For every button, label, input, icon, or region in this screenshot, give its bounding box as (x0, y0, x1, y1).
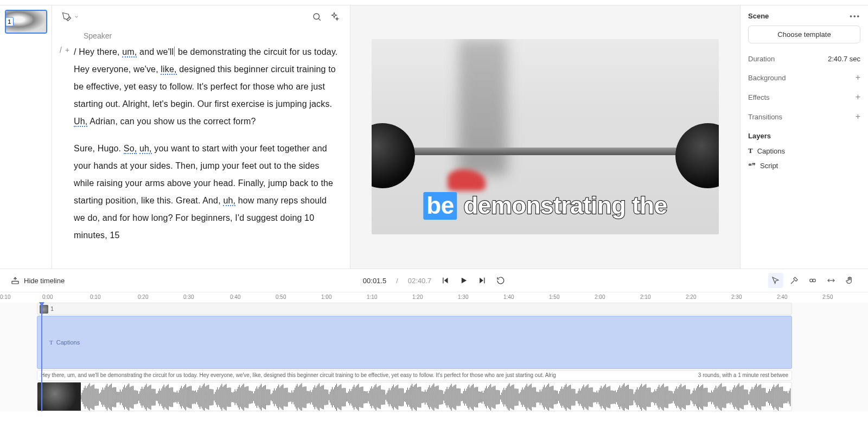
ruler-tick: 0:20 (138, 294, 148, 300)
duration-row: Duration 2:40.7 sec (748, 50, 860, 68)
layers-heading: Layers (748, 126, 860, 143)
svg-marker-6 (462, 278, 467, 284)
ruler-tick: 0:10 (0, 294, 10, 300)
search-icon[interactable] (312, 12, 322, 22)
filler-word[interactable]: uh, (139, 144, 152, 154)
pen-icon (62, 12, 72, 22)
ruler-tick: 0:40 (230, 294, 240, 300)
ruler-tick: 0:50 (276, 294, 286, 300)
loop-button[interactable] (496, 276, 505, 285)
script-icon: ❝❞ (748, 162, 756, 170)
stretch-tool[interactable] (824, 273, 839, 288)
caption-word: the (632, 192, 667, 219)
scene-thumbnail-1[interactable]: 1 (5, 10, 47, 34)
current-time: 00:01.5 (363, 277, 386, 285)
collapse-icon (11, 276, 20, 285)
ruler-tick: 2:30 (731, 294, 742, 300)
filler-word[interactable]: um, (122, 47, 137, 58)
svg-point-10 (813, 279, 815, 282)
waveform (81, 382, 792, 411)
plus-icon: + (856, 92, 860, 102)
ruler-tick: 0:30 (183, 294, 194, 300)
captions-track[interactable]: T Captions (37, 316, 792, 369)
svg-point-9 (810, 279, 813, 282)
edit-tool-dropdown[interactable] (62, 12, 79, 22)
transcript-text[interactable]: / Hey there, um, and we'll be demonstrat… (74, 43, 339, 244)
ruler-tick: 2:20 (686, 294, 696, 300)
caption-word-highlighted: be (423, 192, 457, 220)
scene-number: 1 (5, 17, 14, 27)
filler-word[interactable]: So, (124, 144, 137, 154)
filler-word[interactable]: uh, (223, 196, 235, 206)
gutter-slash[interactable]: / (60, 46, 62, 244)
svg-line-1 (318, 18, 320, 20)
sparkle-icon[interactable] (329, 12, 339, 22)
properties-panel: Scene ••• Choose template Duration 2:40.… (740, 5, 868, 269)
blade-tool[interactable] (787, 273, 802, 288)
play-button[interactable] (459, 276, 468, 285)
ruler-tick: 1:10 (367, 294, 377, 300)
transcript-track[interactable]: Hey there, um, and we'll be demonstratin… (37, 370, 792, 381)
timeline-ruler[interactable]: 0:100:000:100:200:300:400:501:001:101:20… (0, 292, 868, 303)
svg-point-0 (314, 14, 320, 20)
skip-forward-button[interactable] (478, 276, 487, 285)
ruler-tick: 1:50 (549, 294, 559, 300)
transitions-row[interactable]: Transitions+ (748, 107, 860, 126)
ruler-tick: 2:50 (822, 294, 833, 300)
timeline[interactable]: 1 T Captions Hey there, um, and we'll be… (0, 303, 868, 411)
select-tool[interactable] (768, 273, 783, 288)
filler-word[interactable]: like, (161, 65, 176, 75)
playback-controls: Hide timeline 00:01.5 / 02:40.7 (0, 269, 868, 292)
playhead[interactable] (41, 303, 42, 411)
chevron-down-icon (74, 14, 79, 20)
video-preview-area: be demonstrating the (350, 5, 740, 269)
link-tool[interactable] (805, 273, 820, 288)
scene-thumbnails: 1 (0, 5, 52, 269)
video-preview[interactable]: be demonstrating the (372, 39, 719, 234)
caption-word: demonstrating (463, 192, 626, 219)
caption-overlay: be demonstrating the (423, 192, 667, 219)
ruler-tick: 1:00 (321, 294, 331, 300)
text-icon: T (49, 339, 53, 346)
hide-timeline-button[interactable]: Hide timeline (11, 276, 65, 285)
choose-template-button[interactable]: Choose template (748, 25, 860, 43)
effects-row[interactable]: Effects+ (748, 87, 860, 107)
plus-icon: + (856, 112, 860, 122)
ruler-tick: 1:30 (458, 294, 468, 300)
ruler-tick: 1:20 (412, 294, 423, 300)
svg-marker-7 (480, 278, 484, 284)
ruler-tick: 2:00 (595, 294, 605, 300)
layer-script[interactable]: ❝❞ Script (748, 158, 860, 173)
ruler-tick: 0:10 (90, 294, 100, 300)
transcript-panel: Speaker / + / Hey there, um, and we'll b… (52, 5, 350, 269)
text-icon: T (748, 146, 753, 155)
skip-back-button[interactable] (441, 276, 450, 285)
panel-title: Scene (748, 12, 769, 20)
filler-word[interactable]: Uh, (74, 117, 87, 127)
scene-track[interactable]: 1 (37, 303, 792, 315)
ruler-tick: 2:10 (640, 294, 650, 300)
plus-icon: + (856, 73, 860, 82)
ruler-tick: 1:40 (503, 294, 514, 300)
ruler-tick: 2:40 (777, 294, 787, 300)
gutter-add[interactable]: + (65, 46, 69, 244)
svg-rect-8 (484, 278, 485, 284)
ruler-tick: 0:00 (42, 294, 53, 300)
svg-rect-5 (443, 278, 444, 284)
svg-rect-2 (12, 281, 18, 284)
more-icon[interactable]: ••• (850, 12, 860, 20)
svg-marker-4 (444, 278, 448, 284)
background-row[interactable]: Background+ (748, 68, 860, 87)
audio-track[interactable] (37, 382, 792, 411)
layer-captions[interactable]: T Captions (748, 143, 860, 158)
audio-clip-thumb (37, 382, 81, 411)
hand-tool[interactable] (842, 273, 857, 288)
total-duration: 02:40.7 (408, 277, 431, 285)
speaker-label: Speaker (84, 31, 339, 40)
